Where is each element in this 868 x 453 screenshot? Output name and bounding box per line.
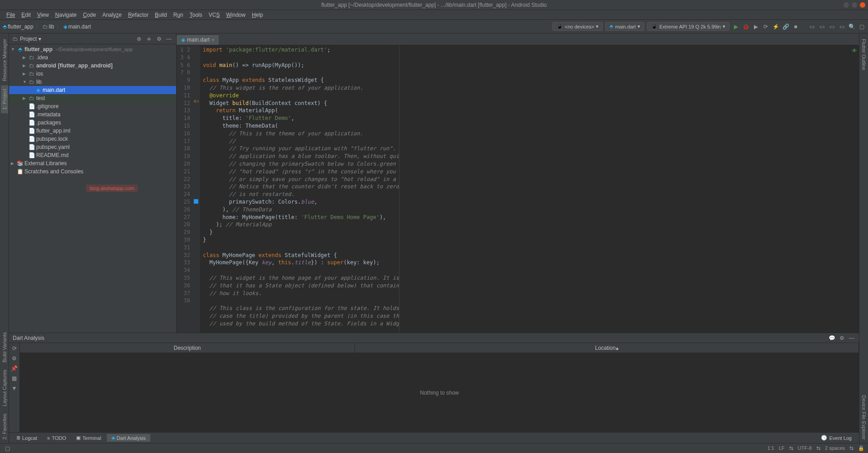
tree-item[interactable]: ▶🗀android[flutter_app_android] [9, 62, 176, 70]
left-toolwindow-bar: Resource Manager 1: Project Build Varian… [0, 33, 9, 443]
tree-item[interactable]: 📄.metadata [9, 110, 176, 119]
emulator-selector[interactable]: 📱Extreme API 19 Q 2k 5.99in▾ [647, 22, 729, 31]
menu-file[interactable]: File [4, 11, 18, 19]
code-editor[interactable]: 1 2 3 4 5 6 7 8 9 10 11 12 13 14 15 16 1… [177, 45, 859, 333]
tab-resource-manager[interactable]: Resource Manager [1, 35, 8, 85]
chevron-down-icon: ▾ [38, 36, 41, 42]
assistant-icon[interactable]: ▭ [838, 23, 845, 30]
profile-icon[interactable]: ⟳ [762, 23, 769, 30]
tab-dart-analysis[interactable]: ◈Dart Analysis [107, 434, 150, 442]
col-description[interactable]: Description [20, 343, 355, 353]
maximize-icon[interactable] [852, 2, 857, 8]
status-line-sep[interactable]: LF [779, 445, 785, 451]
toggle-toolwindows-icon[interactable]: ▢ [4, 445, 11, 452]
sync-icon[interactable]: ▭ [828, 23, 835, 30]
lock-icon[interactable]: 🔒 [858, 445, 864, 451]
library-icon: 📚 [16, 160, 24, 167]
sdk-manager-icon[interactable]: ▭ [818, 23, 825, 30]
menu-navigate[interactable]: Navigate [53, 11, 79, 19]
tree-item[interactable]: ◈main.dart [9, 86, 176, 94]
status-indent[interactable]: 2 spaces [825, 445, 845, 451]
tab-event-log[interactable]: 🕓Event Log [816, 434, 856, 442]
menu-window[interactable]: Window [223, 11, 248, 19]
override-gutter-icon[interactable]: o↑ [194, 98, 199, 105]
tree-item[interactable]: 📄flutter_app.iml [9, 127, 176, 135]
tree-item[interactable]: ▶🗀.idea [9, 53, 176, 62]
tree-external-libs[interactable]: ▶📚 External Libraries [9, 159, 176, 167]
tree-item[interactable]: ▶🗀test [9, 94, 176, 102]
analysis-columns: Description Location ▴ [20, 343, 859, 353]
search-icon[interactable]: 🔍 [848, 23, 855, 30]
coverage-icon[interactable]: ▶ [752, 23, 759, 30]
filter-icon[interactable]: ▼ [11, 385, 18, 392]
tree-scratches[interactable]: 📋 Scratches and Consoles [9, 167, 176, 176]
breadcrumb-project[interactable]: ⬘flutter_app [3, 24, 34, 30]
device-selector[interactable]: 📱<no devices>▾ [552, 22, 603, 31]
gear-icon[interactable]: ⚙ [155, 35, 163, 43]
menu-build[interactable]: Build [152, 11, 170, 19]
menu-tools[interactable]: Tools [187, 11, 205, 19]
tab-logcat[interactable]: ≣Logcat [12, 434, 42, 442]
menu-vcs[interactable]: VCS [206, 11, 223, 19]
tab-device-file-explorer[interactable]: Device File Explorer [860, 391, 868, 443]
tree-item[interactable]: 📄pubspec.yaml [9, 143, 176, 151]
project-title[interactable]: 🗀Project ▾ [13, 36, 41, 42]
tree-item[interactable]: 📄README.md [9, 151, 176, 159]
code-text[interactable]: import 'package:flutter/material.dart'; … [200, 45, 399, 333]
locate-icon[interactable]: ⊕ [135, 35, 143, 43]
right-toolwindow-bar: Flutter Outline Device File Explorer [859, 33, 868, 443]
tree-item[interactable]: 📄.gitignore [9, 102, 176, 110]
run-config-selector[interactable]: ⬘main.dart▾ [605, 22, 644, 31]
chevron-down-icon: ▾ [638, 24, 640, 29]
menu-analyze[interactable]: Analyze [100, 11, 125, 19]
tree-item[interactable]: 📄pubspec.lock [9, 135, 176, 143]
hot-reload-icon[interactable]: ⚡ [772, 23, 779, 30]
group-icon[interactable]: ▦ [11, 375, 18, 382]
tab-todo[interactable]: ≡TODO [43, 434, 71, 442]
terminal-icon: ▣ [76, 435, 81, 441]
gear-icon[interactable]: ⚙ [11, 355, 18, 362]
editor-tab-main[interactable]: ◈ main.dart × [177, 34, 219, 45]
attach-icon[interactable]: 🔗 [782, 23, 789, 30]
tab-terminal[interactable]: ▣Terminal [72, 434, 106, 442]
avd-manager-icon[interactable]: ▭ [808, 23, 815, 30]
col-location[interactable]: Location ▴ [355, 343, 859, 353]
run-icon[interactable]: ▶ [732, 23, 739, 30]
close-icon[interactable] [860, 2, 865, 8]
refresh-icon[interactable]: ⟳ [11, 345, 18, 352]
menu-help[interactable]: Help [249, 11, 266, 19]
tree-item[interactable]: ▶🗀ios [9, 70, 176, 78]
collapse-icon[interactable]: ≑ [145, 35, 153, 43]
color-swatch-icon[interactable] [194, 197, 198, 205]
project-tree[interactable]: ▼⬘ flutter_app ~/Desktop/development/flu… [9, 44, 176, 333]
menu-run[interactable]: Run [171, 11, 186, 19]
tab-flutter-outline[interactable]: Flutter Outline [860, 35, 868, 74]
folder-icon: 🗀 [28, 95, 35, 101]
stop-icon[interactable]: ■ [792, 23, 799, 30]
inspection-indicator-icon[interactable]: 👁 [852, 47, 857, 55]
breadcrumb-file[interactable]: ◈main.dart [63, 24, 91, 30]
tab-favorites[interactable]: 2: Favorites [1, 410, 8, 443]
tree-item[interactable]: ▼🗀lib [9, 78, 176, 86]
debug-icon[interactable]: 🐞 [742, 23, 749, 30]
tree-item[interactable]: 📄.packages [9, 119, 176, 127]
hide-icon[interactable]: — [848, 334, 855, 342]
gear-icon[interactable]: ⚙ [838, 334, 845, 342]
tab-build-variants[interactable]: Build Variants [1, 329, 8, 366]
pin-icon[interactable]: 📌 [11, 365, 18, 372]
tab-project[interactable]: 1: Project [1, 85, 8, 113]
menu-code[interactable]: Code [80, 11, 99, 19]
breadcrumb-folder[interactable]: 🗀lib [43, 24, 54, 30]
menu-view[interactable]: View [34, 11, 52, 19]
minimize-icon[interactable] [844, 2, 849, 8]
feedback-icon[interactable]: 💬 [828, 334, 835, 342]
tree-root[interactable]: ▼⬘ flutter_app ~/Desktop/development/flu… [9, 45, 176, 53]
hide-icon[interactable]: — [165, 35, 173, 43]
menu-edit[interactable]: Edit [19, 11, 34, 19]
tab-layout-captures[interactable]: Layout Captures [1, 366, 8, 410]
panel-icon[interactable]: ▢ [858, 23, 865, 30]
menu-refactor[interactable]: Refactor [125, 11, 151, 19]
status-position[interactable]: 1:1 [767, 445, 774, 451]
close-tab-icon[interactable]: × [211, 37, 214, 43]
status-encoding[interactable]: UTF-8 [798, 445, 812, 451]
